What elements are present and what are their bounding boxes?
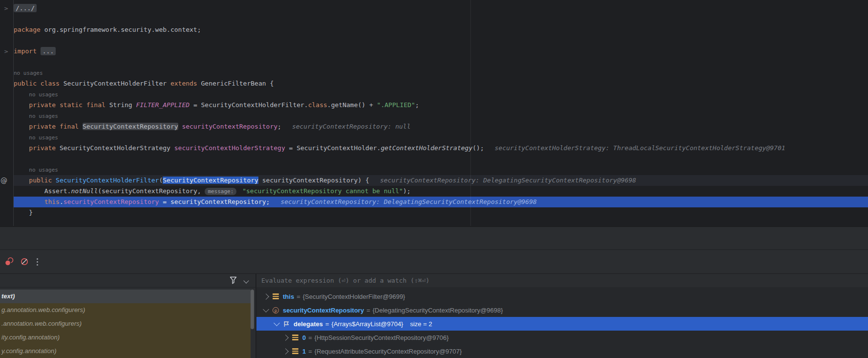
- fold-chevron[interactable]: >: [0, 46, 13, 57]
- usages-hint[interactable]: no usages: [29, 134, 58, 141]
- code-line[interactable]: Assert.notNull(securityContextRepository…: [0, 186, 868, 197]
- view-breakpoints-icon[interactable]: [4, 256, 15, 267]
- inline-debugger-hint: securityContextRepository: null: [292, 123, 411, 130]
- code-lines: /.../package org.springframework.securit…: [0, 3, 868, 218]
- code-editor[interactable]: /.../package org.springframework.securit…: [0, 0, 868, 226]
- usages-hint[interactable]: no usages: [29, 91, 58, 98]
- debug-toolbar: [0, 249, 868, 273]
- more-options-kebab-icon[interactable]: [37, 258, 38, 266]
- usages-hint[interactable]: no usages: [29, 167, 58, 173]
- variables-panel: Evaluate expression (⏎) or add a watch (…: [256, 274, 868, 358]
- chevron-down-icon[interactable]: [274, 320, 280, 326]
- code-token: [14, 198, 44, 205]
- code-line[interactable]: no usages: [0, 89, 868, 100]
- code-token: [14, 123, 29, 130]
- code-line[interactable]: [0, 14, 868, 24]
- equals-sign: =: [294, 293, 303, 300]
- inline-debugger-hint: securityContextRepository: DelegatingSec…: [380, 177, 636, 184]
- equals-sign: =: [364, 307, 373, 314]
- variable-row[interactable]: psecurityContextRepository={DelegatingSe…: [256, 303, 868, 317]
- code-line[interactable]: private SecurityContextHolderStrategy se…: [0, 143, 868, 154]
- hard-wrap-guide: [470, 0, 471, 226]
- code-token: [14, 187, 44, 195]
- annotation-at: @: [0, 177, 7, 184]
- code-token: public class: [14, 80, 64, 87]
- code-token: [14, 101, 29, 109]
- frame-row[interactable]: .annotation.web.configurers): [0, 317, 251, 331]
- code-token: securityContextRepository: [182, 123, 277, 130]
- code-token: [14, 90, 29, 98]
- fold-chevron[interactable]: >: [0, 3, 13, 14]
- code-token: SecurityContextHolderFilter: [64, 80, 170, 87]
- debug-content: text)g.annotation.web.configurers).annot…: [0, 273, 868, 358]
- variable-row[interactable]: this={SecurityContextHolderFilter@9699}: [256, 290, 868, 303]
- frame-row[interactable]: text): [0, 290, 251, 303]
- code-line[interactable]: import ...: [0, 46, 868, 57]
- code-token: import: [14, 47, 41, 55]
- mute-breakpoints-icon[interactable]: [19, 256, 30, 267]
- frame-row[interactable]: ity.config.annotation): [0, 331, 251, 344]
- code-line[interactable]: [0, 35, 868, 46]
- code-line[interactable]: [0, 154, 868, 164]
- variable-row[interactable]: 1={RequestAttributeSecurityContextReposi…: [256, 344, 868, 358]
- funnel-icon[interactable]: [230, 276, 237, 287]
- code-token: [14, 177, 29, 184]
- usages-hint[interactable]: no usages: [29, 113, 58, 119]
- equals-sign: =: [306, 348, 315, 355]
- code-line[interactable]: no usages: [0, 164, 868, 175]
- code-token: notNull: [71, 187, 98, 195]
- code-line[interactable]: }: [0, 207, 868, 218]
- code-token: securityContextRepository: [64, 198, 159, 205]
- code-line[interactable]: package org.springframework.security.web…: [0, 24, 868, 35]
- code-token: ;: [415, 101, 419, 109]
- code-line[interactable]: /.../: [0, 3, 868, 14]
- code-token: ;: [277, 123, 281, 130]
- code-line[interactable]: no usages: [0, 132, 868, 143]
- code-line[interactable]: private final SecurityContextRepository …: [0, 121, 868, 132]
- code-line[interactable]: private static final String FILTER_APPLI…: [0, 100, 868, 111]
- code-token: securityContextRepository) {: [258, 177, 369, 184]
- code-token: GenericFilterBean {: [201, 80, 274, 87]
- code-token: );: [403, 187, 411, 195]
- variable-row[interactable]: 0={HttpSessionSecurityContextRepository@…: [256, 331, 868, 344]
- variable-value: {Arrays$ArrayList@9704}: [332, 320, 403, 328]
- chevron-down-icon[interactable]: [263, 306, 269, 313]
- chevron-right-icon[interactable]: [282, 335, 289, 341]
- code-token: [14, 166, 29, 173]
- frame-row[interactable]: y.config.annotation): [0, 344, 251, 358]
- parameter-icon: p: [273, 307, 279, 313]
- code-token: ...: [41, 47, 56, 55]
- code-token: ();: [472, 144, 484, 152]
- code-token: (securityContextRepository,: [98, 187, 205, 195]
- code-line[interactable]: [0, 57, 868, 67]
- code-line[interactable]: no usages: [0, 67, 868, 78]
- collection-size: size = 2: [410, 320, 432, 328]
- chevron-right-icon[interactable]: [263, 293, 269, 300]
- chevron-right-icon[interactable]: [282, 348, 289, 355]
- code-token: FILTER_APPLIED: [136, 101, 190, 109]
- code-line[interactable]: public class SecurityContextHolderFilter…: [0, 78, 868, 89]
- inline-debugger-hint: securityContextRepository: DelegatingSec…: [280, 198, 536, 205]
- code-line[interactable]: public SecurityContextHolderFilter(Secur…: [0, 175, 868, 186]
- variable-name: securityContextRepository: [283, 307, 364, 314]
- variable-value: {DelegatingSecurityContextRepository@969…: [373, 307, 503, 314]
- evaluate-placeholder: Evaluate expression (⏎) or add a watch (…: [261, 277, 429, 284]
- code-line[interactable]: no usages: [0, 111, 868, 121]
- fold-chevron: >: [4, 48, 8, 55]
- code-token: [14, 112, 29, 119]
- variable-row[interactable]: delegates={Arrays$ArrayList@9704}size = …: [256, 317, 868, 331]
- usages-hint[interactable]: no usages: [14, 70, 43, 76]
- code-token: String: [109, 101, 136, 109]
- code-token: SecurityContextHolderStrategy: [60, 144, 174, 152]
- evaluate-expression-input[interactable]: Evaluate expression (⏎) or add a watch (…: [256, 274, 868, 287]
- frames-scrollbar[interactable]: [251, 290, 254, 329]
- code-line[interactable]: this.securityContextRepository = securit…: [0, 197, 868, 207]
- frame-row[interactable]: g.annotation.web.configurers): [0, 303, 251, 317]
- annotation-at[interactable]: @: [0, 175, 13, 186]
- code-token: extends: [170, 80, 201, 87]
- editor-gutter[interactable]: >>@: [0, 0, 14, 226]
- code-token: securityContextHolderStrategy: [174, 144, 285, 152]
- code-token: .getName() +: [327, 101, 377, 109]
- code-token: SecurityContextRepository: [163, 177, 258, 184]
- chevron-down-icon[interactable]: [243, 278, 249, 283]
